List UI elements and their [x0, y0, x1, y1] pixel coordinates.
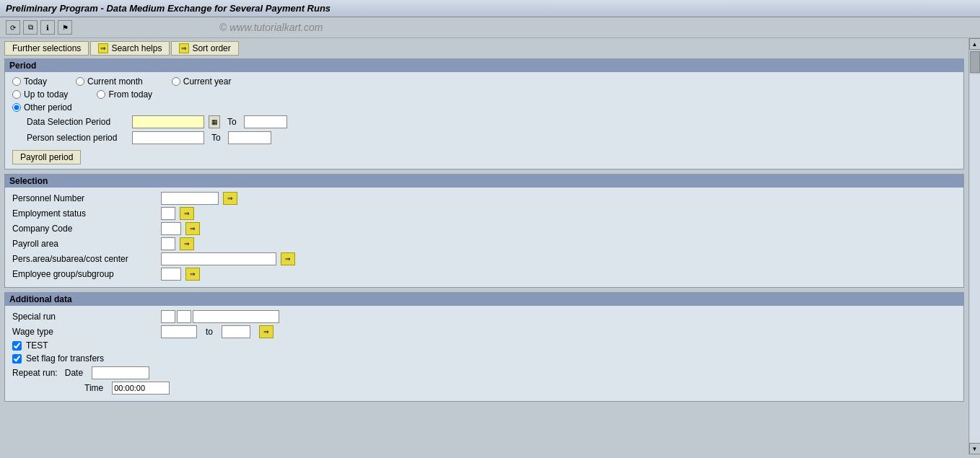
radio-today-label: Today — [24, 76, 47, 87]
test-checkbox-row: TEST — [12, 340, 956, 351]
selection-header: Selection — [5, 175, 963, 188]
repeat-run-date-label: Date — [65, 368, 83, 378]
radio-today[interactable] — [12, 77, 21, 86]
set-flag-checkbox-row: Set flag for transfers — [12, 353, 956, 364]
set-flag-checkbox-label: Set flag for transfers — [26, 353, 104, 364]
additional-data-section: Additional data Special run Wage type t — [4, 292, 964, 402]
pers-area-input[interactable] — [161, 252, 276, 265]
additional-data-header: Additional data — [5, 293, 963, 306]
pers-area-row: Pers.area/subarea/cost center ⇒ — [12, 252, 956, 265]
radio-current-year-item: Current year — [172, 76, 232, 87]
scroll-up-btn[interactable]: ▲ — [969, 38, 981, 50]
data-selection-period-row: Data Selection Period ▦ To — [27, 115, 956, 128]
person-selection-period-input[interactable] — [132, 131, 204, 144]
selection-section: Selection Personnel Number ⇒ Employment … — [4, 174, 964, 288]
company-code-select-btn[interactable]: ⇒ — [185, 222, 200, 235]
radio-other-period-label: Other period — [24, 102, 72, 113]
radio-current-month[interactable] — [76, 77, 84, 86]
employment-status-select-btn[interactable]: ⇒ — [180, 207, 194, 220]
wage-type-row: Wage type to ⇒ — [12, 325, 956, 338]
search-helps-arrow-icon: ⇒ — [98, 43, 108, 53]
radio-up-to-today-label: Up to today — [24, 89, 68, 100]
personnel-number-row: Personnel Number ⇒ — [12, 192, 956, 205]
test-checkbox-label: TEST — [26, 340, 48, 351]
employment-status-input[interactable] — [161, 207, 175, 220]
title-text: Preliminary Program - Data Medium Exchan… — [6, 3, 331, 14]
selection-body: Personnel Number ⇒ Employment status ⇒ C… — [5, 188, 963, 287]
flag-icon[interactable]: ⚑ — [58, 20, 72, 35]
data-selection-period-cal-btn[interactable]: ▦ — [209, 115, 220, 128]
radio-current-month-item: Current month — [76, 76, 143, 87]
payroll-area-row: Payroll area ⇒ — [12, 237, 956, 250]
special-run-row: Special run — [12, 310, 956, 323]
wage-type-to-input[interactable] — [222, 325, 250, 338]
employee-group-label: Employee group/subgroup — [12, 269, 157, 279]
special-run-input-2[interactable] — [177, 310, 191, 323]
time-input[interactable] — [112, 382, 170, 395]
info-icon[interactable]: ℹ — [40, 20, 55, 35]
sort-order-label: Sort order — [192, 43, 230, 53]
employee-group-select-btn[interactable]: ⇒ — [185, 268, 200, 281]
repeat-run-label: Repeat run: — [12, 368, 58, 378]
special-run-label: Special run — [12, 312, 157, 322]
pers-area-label: Pers.area/subarea/cost center — [12, 254, 157, 264]
set-flag-checkbox[interactable] — [12, 354, 22, 364]
period-row-2: Up to today From today — [12, 89, 956, 100]
repeat-run-row: Repeat run: Date — [12, 366, 956, 379]
radio-current-year[interactable] — [172, 77, 180, 86]
special-run-input-3[interactable] — [193, 310, 279, 323]
tab-further-selections[interactable]: Further selections — [4, 41, 89, 56]
tab-bar: Further selections ⇒ Search helps ⇒ Sort… — [4, 41, 964, 56]
repeat-run-date-input[interactable] — [92, 366, 149, 379]
person-selection-period-label: Person selection period — [27, 133, 128, 143]
period-section: Period Today Current month Current yea — [4, 58, 964, 169]
payroll-period-button[interactable]: Payroll period — [12, 150, 81, 164]
radio-today-item: Today — [12, 76, 47, 87]
company-code-input[interactable] — [161, 222, 181, 235]
tab-search-helps[interactable]: ⇒ Search helps — [90, 41, 170, 56]
time-row: Time — [84, 382, 956, 395]
period-row-1: Today Current month Current year — [12, 76, 956, 87]
employee-group-input[interactable] — [161, 268, 181, 281]
data-selection-to-label: To — [227, 117, 237, 127]
copy-icon[interactable]: ⧉ — [23, 20, 38, 35]
person-selection-period-to-input[interactable] — [228, 131, 271, 144]
tab-sort-order[interactable]: ⇒ Sort order — [171, 41, 238, 56]
test-checkbox[interactable] — [12, 341, 22, 351]
payroll-area-label: Payroll area — [12, 239, 157, 249]
radio-up-to-today[interactable] — [12, 90, 21, 99]
cycle-icon[interactable]: ⟳ — [6, 20, 20, 35]
personnel-number-input[interactable] — [161, 192, 219, 205]
wage-type-input[interactable] — [161, 325, 197, 338]
scroll-track-empty — [970, 74, 980, 443]
wage-type-label: Wage type — [12, 327, 157, 337]
data-selection-period-to-input[interactable] — [244, 115, 287, 128]
person-selection-to-label: To — [211, 133, 221, 143]
wage-type-select-btn[interactable]: ⇒ — [259, 325, 274, 338]
company-code-label: Company Code — [12, 224, 157, 234]
scroll-down-btn[interactable]: ▼ — [969, 443, 981, 454]
employment-status-row: Employment status ⇒ — [12, 207, 956, 220]
radio-other-period-item: Other period — [12, 102, 72, 113]
radio-other-period[interactable] — [12, 103, 21, 112]
company-code-row: Company Code ⇒ — [12, 222, 956, 235]
wage-type-to-label: to — [206, 327, 213, 337]
radio-from-today-label: From today — [108, 89, 152, 100]
search-helps-label: Search helps — [111, 43, 162, 53]
data-selection-period-input[interactable] — [132, 115, 204, 128]
scroll-thumb[interactable] — [970, 51, 980, 73]
data-selection-period-label: Data Selection Period — [27, 117, 128, 127]
period-header: Period — [5, 59, 963, 72]
pers-area-select-btn[interactable]: ⇒ — [281, 252, 295, 265]
special-run-input-1[interactable] — [161, 310, 175, 323]
additional-data-body: Special run Wage type to ⇒ — [5, 306, 963, 401]
radio-current-month-label: Current month — [87, 76, 143, 87]
radio-from-today[interactable] — [97, 90, 105, 99]
toolbar: ⟳ ⧉ ℹ ⚑ © www.tutorialkart.com — [0, 17, 980, 38]
payroll-area-input[interactable] — [161, 237, 175, 250]
radio-from-today-item: From today — [97, 89, 152, 100]
personnel-number-select-btn[interactable]: ⇒ — [223, 192, 237, 205]
radio-current-year-label: Current year — [183, 76, 232, 87]
payroll-area-select-btn[interactable]: ⇒ — [180, 237, 194, 250]
employee-group-row: Employee group/subgroup ⇒ — [12, 268, 956, 281]
